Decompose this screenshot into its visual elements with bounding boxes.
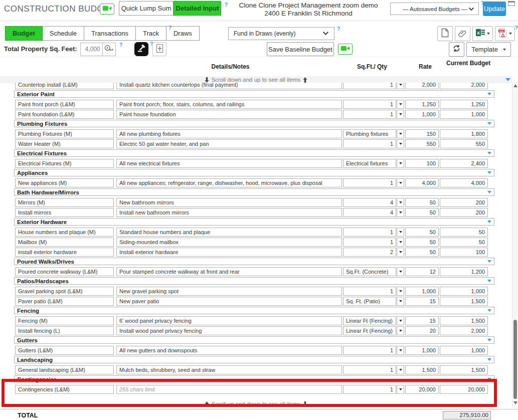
item-name-input[interactable]: Plumbing Fixtures (M) [15,129,114,138]
chevron-down-icon[interactable] [505,78,510,81]
chevron-down-icon[interactable] [487,93,491,95]
item-name-input[interactable]: Countertop install (L&M) [15,83,114,89]
item-qty-input[interactable]: 1 [343,110,396,119]
scrollbar-up-arrow-icon[interactable] [513,84,517,87]
item-name-input[interactable]: Poured concrete walkway (L&M) [15,267,114,276]
item-name-input[interactable]: House numbers and plaque (M) [15,228,114,237]
item-details-input[interactable]: Install quartz kitchen countertops (fina… [116,83,342,89]
template-dropdown-button[interactable]: Template [466,42,511,57]
item-qty-input[interactable]: 2 [343,248,396,257]
update-button[interactable]: Update [483,2,506,16]
item-details-input[interactable]: All new electrical fixtures [116,159,342,168]
item-name-input[interactable]: Mirrors (M) [15,198,114,207]
chevron-down-icon[interactable] [487,191,491,193]
qty-dropdown-button[interactable] [397,100,404,109]
chevron-down-icon[interactable] [487,378,491,380]
item-qty-input[interactable]: Linear Ft (Fencing) [343,326,396,335]
item-details-input[interactable]: All new plumbing fixtures [116,129,342,138]
item-rate-input[interactable]: 50 [405,238,439,247]
export-pdf-button[interactable]: PDF [495,26,515,41]
item-qty-input[interactable]: 1 [343,139,396,148]
item-details-input[interactable]: Install new bathroom mirrors [116,208,342,217]
item-rate-input[interactable]: 50 [405,198,439,207]
chevron-down-icon[interactable] [487,171,491,174]
qty-dropdown-button[interactable] [397,385,404,394]
item-qty-input[interactable]: 1 [343,287,396,296]
scrollbar-down-arrow-icon[interactable] [513,401,517,404]
item-name-input[interactable]: Gutters (L&M) [15,346,114,355]
gavel-button[interactable] [134,42,148,56]
qty-dropdown-button[interactable] [397,110,404,119]
item-rate-input[interactable]: 50 [405,208,439,217]
item-rate-input[interactable]: 4,000 [405,178,439,187]
divide-document-button[interactable] [152,42,166,56]
export-excel-button[interactable]: X [472,26,493,41]
item-name-input[interactable]: install exterior hardware [15,248,114,257]
chevron-down-icon[interactable] [487,309,491,312]
item-details-input[interactable]: New bathroom mirrors [116,198,342,207]
chevron-down-icon[interactable] [487,339,491,341]
item-qty-input[interactable]: 4 [343,198,396,207]
item-rate-input[interactable]: 20 [405,326,439,335]
item-details-input[interactable]: Siding-mounted mailbox [116,238,342,247]
item-details-input[interactable]: Paint house foundation [116,110,342,119]
item-rate-input[interactable]: 550 [405,139,439,148]
refresh-button[interactable] [449,42,464,57]
item-qty-input[interactable]: 1 [343,178,396,187]
qty-dropdown-button[interactable] [397,228,404,237]
video-tutorial-button[interactable] [338,44,353,55]
item-qty-input[interactable]: Sq.Ft. (Concrete) [343,267,396,276]
chevron-down-icon[interactable] [487,280,491,282]
help-icon[interactable]: ? [119,42,122,48]
item-rate-input[interactable]: 1,500 [405,365,439,374]
qty-dropdown-button[interactable] [397,248,404,257]
qty-dropdown-button[interactable] [397,208,404,217]
scrollbar-thumb[interactable] [513,320,517,399]
vertical-scrollbar[interactable] [512,82,518,407]
save-baseline-budget-button[interactable]: Save Baseline Budget [267,42,334,56]
item-details-input[interactable]: Standard house numbers and plaque [116,228,342,237]
tab-transactions[interactable]: Transactions [84,26,136,41]
item-details-input[interactable]: Install wood panel privacy fencing [116,326,342,335]
item-rate-input[interactable]: 12 [405,267,439,276]
item-details-input[interactable]: All new gutters and downspouts [116,346,342,355]
chevron-down-icon[interactable] [487,221,491,223]
qty-dropdown-button[interactable] [397,178,404,187]
item-name-input[interactable]: Contingencies (L&M) [15,385,114,394]
help-icon[interactable]: ? [225,2,228,8]
sqft-input[interactable]: 4,000 [81,43,102,56]
item-details-input[interactable]: 6' wood panel privacy fencing [116,316,342,325]
chevron-down-icon[interactable] [487,122,491,125]
item-rate-input[interactable]: 15 [405,297,439,306]
qty-dropdown-button[interactable] [397,83,404,89]
item-qty-input[interactable]: 1 [343,238,396,247]
item-rate-input[interactable]: 1,000 [405,287,439,296]
item-name-input[interactable]: Install fencing (L) [15,326,114,335]
item-details-input[interactable]: Mulch beds, shrubbery, seed and straw [116,365,342,374]
item-name-input[interactable]: Paint front porch (L&M) [15,100,114,109]
item-details-input[interactable]: Pour stamped concrete walkway at front a… [116,267,342,276]
qty-dropdown-button[interactable] [397,297,404,306]
item-name-input[interactable]: Fencing (M) [15,316,114,325]
new-document-button[interactable] [437,26,453,41]
tab-track[interactable]: Track [136,26,166,41]
item-qty-input[interactable]: 1 [343,83,396,89]
video-tutorial-button[interactable] [100,4,114,15]
autosaved-budgets-select[interactable]: — Autosaved Budgets — [390,3,479,15]
help-icon[interactable]: ? [337,26,340,32]
item-qty-input[interactable]: 1 [343,346,396,355]
tab-budget[interactable]: Budget [5,26,43,41]
qty-dropdown-button[interactable] [397,129,404,138]
item-name-input[interactable]: New appliances (M) [15,178,114,187]
item-name-input[interactable]: Paver patio (L&M) [15,297,114,306]
item-name-input[interactable]: Water Heater (M) [15,139,114,148]
item-rate-input[interactable]: 15 [405,316,439,325]
item-rate-input[interactable]: 2,000 [405,83,439,89]
item-qty-input[interactable]: 4 [343,208,396,217]
item-rate-input[interactable]: 50 [405,248,439,257]
qty-dropdown-button[interactable] [397,326,404,335]
quick-lump-sum-button[interactable]: Quick Lump Sum [119,1,174,16]
measure-button[interactable] [102,43,115,56]
qty-dropdown-button[interactable] [397,346,404,355]
qty-dropdown-button[interactable] [397,139,404,148]
